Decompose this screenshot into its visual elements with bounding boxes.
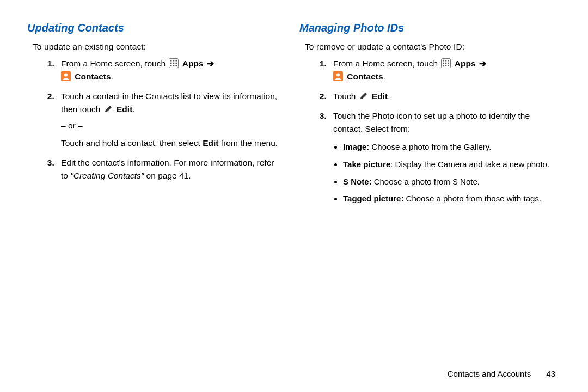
page-number: 43 — [546, 369, 555, 378]
alt-text: Touch and hold a contact, then select Ed… — [61, 137, 283, 150]
contacts-label: Contacts — [75, 72, 111, 81]
text: Touch and hold a contact, then select — [61, 138, 203, 148]
period: . — [111, 72, 113, 81]
arrow-icon: ➔ — [207, 57, 214, 70]
steps-right: From a Home screen, touch Apps ➔ Contact… — [299, 57, 550, 205]
edit-label: Edit — [203, 138, 218, 148]
text: on page 41. — [144, 171, 191, 180]
desc: Choose a photo from the Gallery. — [369, 142, 491, 151]
left-column: Updating Contacts To update an existing … — [27, 16, 294, 359]
or-divider: – or – — [61, 119, 283, 132]
desc: Choose a photo from S Note. — [372, 177, 480, 186]
option-image: Image: Choose a photo from the Gallery. — [343, 141, 550, 153]
page-footer: Contacts and Accounts 43 — [0, 369, 588, 378]
arrow-icon: ➔ — [479, 57, 486, 70]
intro-left: To update an existing contact: — [33, 42, 283, 52]
option-take-picture: Take picture: Display the Camera and tak… — [343, 158, 550, 170]
text: from the menu. — [219, 138, 278, 148]
contacts-label: Contacts — [347, 72, 383, 81]
apps-icon — [169, 58, 179, 68]
apps-label: Apps — [182, 59, 204, 68]
desc: Choose a photo from those with tags. — [403, 194, 541, 203]
desc: : Display the Camera and take a new phot… — [390, 160, 549, 169]
contacts-icon — [61, 71, 71, 81]
left-step-1: From a Home screen, touch Apps ➔ Contact… — [57, 57, 283, 83]
footer-section: Contacts and Accounts — [448, 369, 531, 378]
xref-creating-contacts: "Creating Contacts" — [70, 171, 144, 180]
edit-label: Edit — [372, 91, 388, 101]
left-step-2: Touch a contact in the Contacts list to … — [57, 90, 283, 150]
text: Touch a contact in the Contacts list to … — [61, 91, 277, 114]
photo-options: Image: Choose a photo from the Gallery. … — [333, 141, 550, 205]
edit-label: Edit — [117, 105, 132, 114]
edit-icon — [104, 104, 113, 113]
intro-right: To remove or update a contact's Photo ID… — [305, 42, 550, 52]
apps-label: Apps — [455, 59, 476, 68]
heading-updating-contacts: Updating Contacts — [27, 22, 283, 34]
label: Image: — [343, 142, 369, 151]
text: From a Home screen, touch — [61, 59, 168, 68]
apps-icon — [441, 58, 451, 68]
text: From a Home screen, touch — [333, 59, 440, 68]
left-step-3: Edit the contact's information. For more… — [57, 156, 283, 182]
right-step-2: Touch Edit. — [329, 90, 550, 103]
option-s-note: S Note: Choose a photo from S Note. — [343, 176, 550, 188]
right-step-3: Touch the Photo icon to set up a photo t… — [329, 109, 550, 205]
edit-icon — [359, 91, 368, 100]
period: . — [388, 91, 390, 101]
manual-page: Updating Contacts To update an existing … — [0, 0, 588, 359]
period: . — [132, 105, 134, 114]
right-column: Managing Photo IDs To remove or update a… — [294, 16, 561, 359]
option-tagged-picture: Tagged picture: Choose a photo from thos… — [343, 193, 550, 205]
right-step-1: From a Home screen, touch Apps ➔ Contact… — [329, 57, 550, 83]
text: Touch the Photo icon to set up a photo t… — [333, 111, 530, 133]
label: Take picture — [343, 160, 390, 169]
label: Tagged picture: — [343, 194, 403, 203]
label: S Note: — [343, 177, 372, 186]
text: Touch — [333, 91, 358, 101]
heading-managing-photo-ids: Managing Photo IDs — [299, 22, 550, 34]
period: . — [383, 72, 385, 81]
steps-left: From a Home screen, touch Apps ➔ Contact… — [27, 57, 283, 182]
contacts-icon — [333, 71, 343, 81]
